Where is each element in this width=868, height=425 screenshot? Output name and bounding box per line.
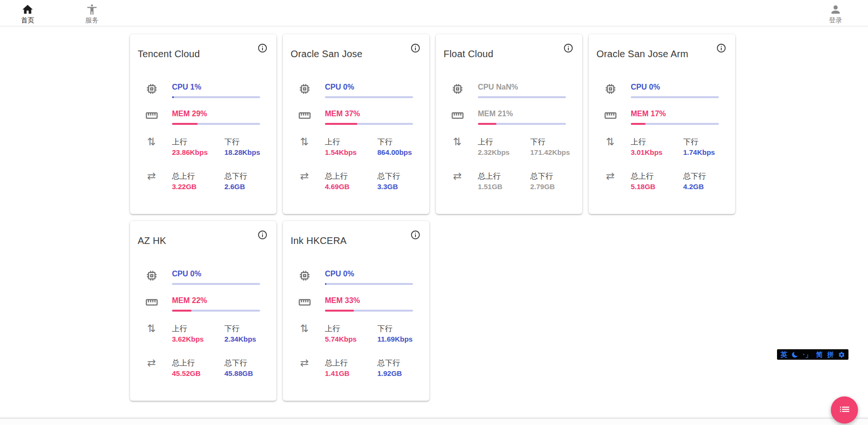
ime-language-indicator[interactable]: 英 [780,349,787,360]
total-download-value: 2.79GB [530,182,566,192]
card-header: Float Cloud [444,43,582,60]
total-download-label: 总下行 [224,171,260,181]
cpu-bar-track [325,283,413,285]
total-upload-value: 45.52GB [172,369,224,378]
cpu-label: CPU NaN% [478,82,566,92]
speed-row: ⇅ 上行 2.32Kbps 下行 171.42Kbps [444,137,582,157]
mem-label: MEM 33% [325,296,413,305]
download-speed: 下行 864.00bps [377,137,413,157]
ime-punctuation-indicator[interactable]: ·」 [803,349,812,360]
gear-icon[interactable] [838,351,845,358]
cpu-row: CPU NaN% [444,82,582,98]
mem-bar-fill [172,310,192,312]
total-upload: 总上行 4.69GB [325,171,377,192]
total-upload-value: 5.18GB [631,182,683,192]
server-list-fab[interactable] [831,396,858,424]
cpu-label: CPU 0% [631,82,719,92]
up-down-arrows-icon: ⇅ [451,137,464,147]
cpu-gauge: CPU 0% [631,82,719,98]
total-columns: 总上行 1.41GB 总下行 1.92GB [325,358,413,378]
nav-item-services[interactable]: 服务 [81,1,103,25]
cpu-chip-icon [604,82,617,95]
mem-bar-track [172,310,260,312]
accessibility-icon [86,3,98,16]
cpu-label: CPU 0% [325,82,413,92]
upload-label: 上行 [325,324,377,334]
server-stats: CPU 0% MEM 17% ⇅ [596,82,735,192]
card-header: Tencent Cloud [138,43,276,60]
swap-horizontal-icon: ⇄ [604,171,617,182]
info-icon[interactable] [716,43,727,53]
cpu-label: CPU 0% [172,269,260,279]
info-icon[interactable] [410,230,421,240]
nav-item-home[interactable]: 首页 [16,1,39,25]
info-icon[interactable] [563,43,574,53]
total-upload: 总上行 1.51GB [478,171,530,192]
memory-ruler-icon [298,109,311,122]
total-upload-value: 3.22GB [172,182,224,192]
info-icon[interactable] [257,230,268,240]
memory-ruler-icon [451,109,464,122]
total-download: 总下行 45.88GB [224,358,260,378]
mem-row: MEM 37% [291,109,429,125]
up-down-arrows-icon: ⇅ [298,324,311,334]
total-download-value: 45.88GB [224,369,260,378]
nav-item-login[interactable]: 登录 [824,1,847,25]
server-stats: CPU 0% MEM 22% ⇅ [138,269,276,378]
server-title: Float Cloud [444,49,493,60]
swap-horizontal-icon: ⇄ [298,171,311,182]
nav-label-login: 登录 [829,16,842,25]
total-row: ⇄ 总上行 3.22GB 总下行 2.6GB [138,171,276,192]
download-value: 171.42Kbps [530,148,570,157]
info-icon[interactable] [410,43,421,53]
person-icon [829,3,842,16]
mem-gauge: MEM 37% [325,109,413,125]
mem-bar-fill [325,310,354,312]
download-label: 下行 [530,137,570,147]
mem-bar-track [172,123,260,125]
ime-pinyin-indicator[interactable]: 拼 [827,349,834,360]
server-title: Oracle San Jose Arm [596,49,688,60]
cpu-gauge: CPU 0% [325,269,413,285]
moon-icon[interactable] [791,351,798,358]
total-row: ⇄ 总上行 1.41GB 总下行 1.92GB [291,358,429,378]
upload-speed: 上行 3.62Kbps [172,324,224,344]
cpu-label: CPU 0% [325,269,413,279]
ime-simplified-indicator[interactable]: 简 [816,349,823,360]
mem-gauge: MEM 21% [478,109,566,125]
server-title: Ink HKCERA [291,235,347,246]
upload-label: 上行 [631,137,683,147]
download-value: 2.34Kbps [224,334,260,344]
total-upload-value: 1.51GB [478,182,530,192]
total-upload: 总上行 45.52GB [172,358,224,378]
card-header: AZ HK [138,230,276,246]
speed-columns: 上行 2.32Kbps 下行 171.42Kbps [478,137,566,157]
info-icon[interactable] [257,43,268,53]
home-icon [21,3,34,16]
total-upload-label: 总上行 [478,171,530,181]
upload-value: 3.62Kbps [172,334,224,344]
memory-ruler-icon [145,109,158,122]
cpu-bar-track [172,283,260,285]
speed-row: ⇅ 上行 5.74Kbps 下行 11.69Kbps [291,324,429,344]
mem-row: MEM 33% [291,296,429,312]
total-columns: 总上行 45.52GB 总下行 45.88GB [172,358,260,378]
cpu-gauge: CPU 0% [325,82,413,98]
total-download-label: 总下行 [377,358,413,368]
total-download-value: 1.92GB [377,369,413,378]
total-upload: 总上行 3.22GB [172,171,224,192]
upload-speed: 上行 5.74Kbps [325,324,377,344]
server-card: Ink HKCERA CPU 0% [283,221,429,401]
total-upload-label: 总上行 [172,358,224,368]
speed-columns: 上行 1.54Kbps 下行 864.00bps [325,137,413,157]
upload-label: 上行 [478,137,530,147]
mem-bar-fill [478,123,496,125]
cpu-bar-track [478,96,566,98]
total-upload-label: 总上行 [325,358,377,368]
total-download-label: 总下行 [377,171,413,181]
cpu-bar-track [325,96,413,98]
mem-bar-fill [631,123,646,125]
app-bar: 首页 服务 登录 [0,0,868,26]
mem-bar-fill [325,123,357,125]
mem-row: MEM 17% [596,109,735,125]
